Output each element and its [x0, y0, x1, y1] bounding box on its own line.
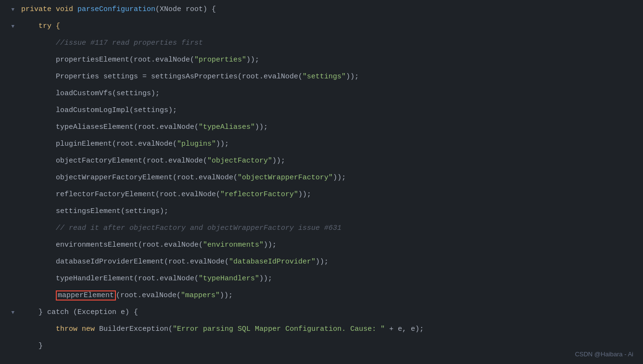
- watermark-text: CSDN @Haibara - Ai: [575, 350, 633, 359]
- code-line: //issue #117 read properties first: [0, 38, 643, 54]
- code-line: databaseIdProviderElement(root.evalNode(…: [0, 256, 643, 273]
- code-line: loadCustomVfs(settings);: [0, 88, 643, 105]
- code-token: ));: [315, 258, 328, 266]
- line-content: //issue #117 read properties first: [19, 38, 643, 49]
- code-token: (root.evalNode(: [116, 291, 181, 300]
- code-token: "reflectorFactory": [220, 190, 298, 199]
- line-content: settingsElement(settings);: [19, 206, 643, 217]
- line-content: try {: [19, 21, 643, 32]
- code-token: "mappers": [181, 291, 220, 300]
- code-line: throw new BuilderException("Error parsin…: [0, 324, 643, 340]
- code-token: ));: [259, 275, 272, 283]
- code-token: "plugins": [177, 140, 216, 148]
- line-content: objectWrapperFactoryElement(root.evalNod…: [19, 172, 643, 183]
- line-content: loadCustomVfs(settings);: [19, 88, 643, 99]
- line-content: private void parseConfiguration(XNode ro…: [19, 4, 643, 15]
- code-editor: ▼private void parseConfiguration(XNode r…: [0, 0, 643, 364]
- code-token: (XNode root) {: [155, 5, 216, 13]
- code-line: environmentsElement(root.evalNode("envir…: [0, 239, 643, 256]
- code-line: typeAliasesElement(root.evalNode("typeAl…: [0, 122, 643, 138]
- code-token: objectFactoryElement(root.evalNode(: [21, 157, 207, 165]
- line-content: databaseIdProviderElement(root.evalNode(…: [19, 256, 643, 267]
- code-token: + e, e);: [385, 325, 424, 333]
- line-gutter: ▼: [5, 23, 19, 31]
- code-token: parseConfiguration: [77, 5, 155, 13]
- code-token: "typeAliases": [199, 123, 255, 131]
- line-content: Properties settings = settingsAsProperti…: [19, 71, 643, 82]
- code-token: typeHandlerElement(root.evalNode(: [21, 275, 199, 283]
- code-token: "objectWrapperFactory": [238, 174, 333, 182]
- code-token: (: [168, 325, 173, 333]
- code-line: settingsElement(settings);: [0, 206, 643, 223]
- line-content: }: [19, 340, 643, 351]
- code-token: // read it after objectFactory and objec…: [21, 224, 341, 232]
- line-content: typeHandlerElement(root.evalNode("typeHa…: [19, 273, 643, 284]
- code-token: objectWrapperFactoryElement(root.evalNod…: [21, 174, 238, 182]
- code-token: Properties settings = settingsAsProperti…: [21, 73, 303, 81]
- code-token: mapperElement: [56, 290, 116, 301]
- code-token: ));: [216, 140, 229, 148]
- code-line: propertiesElement(root.evalNode("propert…: [0, 54, 643, 71]
- code-token: ));: [246, 56, 259, 64]
- line-content: typeAliasesElement(root.evalNode("typeAl…: [19, 122, 643, 133]
- code-token: [21, 291, 56, 300]
- code-token: "Error parsing SQL Mapper Configuration.…: [173, 325, 385, 333]
- code-token: }: [21, 342, 43, 350]
- line-gutter: ▼: [5, 309, 19, 317]
- code-token: "objectFactory": [207, 157, 272, 165]
- code-token: BuilderException: [99, 325, 168, 333]
- code-line: typeHandlerElement(root.evalNode("typeHa…: [0, 273, 643, 290]
- code-line: ▼ } catch (Exception e) {: [0, 307, 643, 324]
- code-token: "environments": [203, 241, 264, 249]
- line-content: objectFactoryElement(root.evalNode("obje…: [19, 155, 643, 166]
- code-token: ));: [264, 241, 277, 249]
- code-token: reflectorFactoryElement(root.evalNode(: [21, 190, 220, 199]
- code-line: pluginElement(root.evalNode("plugins"));: [0, 138, 643, 155]
- code-token: pluginElement(root.evalNode(: [21, 140, 177, 148]
- code-token: try {: [21, 22, 60, 30]
- code-token: ));: [255, 123, 268, 131]
- code-token: ));: [346, 73, 359, 81]
- code-token: ));: [333, 174, 346, 182]
- code-token: loadCustomLogImpl(settings);: [21, 106, 177, 114]
- line-content: reflectorFactoryElement(root.evalNode("r…: [19, 189, 643, 200]
- code-token: throw: [21, 325, 82, 333]
- code-token: //issue #117 read properties first: [21, 39, 203, 47]
- code-token: databaseIdProviderElement(root.evalNode(: [21, 258, 229, 266]
- line-content: } catch (Exception e) {: [19, 307, 643, 318]
- code-token: loadCustomVfs(settings);: [21, 89, 160, 98]
- code-token: environmentsElement(root.evalNode(: [21, 241, 203, 249]
- code-line: mapperElement(root.evalNode("mappers"));: [0, 290, 643, 307]
- code-token: new: [82, 325, 99, 333]
- code-line: ▼ try {: [0, 21, 643, 38]
- code-token: "settings": [303, 73, 346, 81]
- code-token: "typeHandlers": [199, 275, 259, 283]
- code-line: ▼private void parseConfiguration(XNode r…: [0, 4, 643, 21]
- code-token: propertiesElement(root.evalNode(: [21, 56, 194, 64]
- code-token: settingsElement(settings);: [21, 207, 168, 215]
- code-token: typeAliasesElement(root.evalNode(: [21, 123, 199, 131]
- code-token: ));: [272, 157, 285, 165]
- code-token: void: [56, 5, 77, 13]
- line-content: throw new BuilderException("Error parsin…: [19, 324, 643, 335]
- line-content: pluginElement(root.evalNode("plugins"));: [19, 138, 643, 150]
- line-content: loadCustomLogImpl(settings);: [19, 105, 643, 116]
- line-content: environmentsElement(root.evalNode("envir…: [19, 239, 643, 251]
- code-line: objectWrapperFactoryElement(root.evalNod…: [0, 172, 643, 189]
- code-token: ));: [298, 190, 311, 199]
- code-token: private: [21, 5, 56, 13]
- code-line: reflectorFactoryElement(root.evalNode("r…: [0, 189, 643, 206]
- code-token: "properties": [194, 56, 246, 64]
- code-token: "databaseIdProvider": [229, 258, 315, 266]
- code-line: objectFactoryElement(root.evalNode("obje…: [0, 155, 643, 172]
- code-token: } catch (Exception e) {: [21, 308, 138, 316]
- line-content: propertiesElement(root.evalNode("propert…: [19, 54, 643, 65]
- code-line: // read it after objectFactory and objec…: [0, 223, 643, 239]
- code-line: loadCustomLogImpl(settings);: [0, 105, 643, 122]
- line-content: // read it after objectFactory and objec…: [19, 223, 643, 234]
- line-content: mapperElement(root.evalNode("mappers"));: [19, 290, 643, 301]
- code-line: }: [0, 340, 643, 357]
- line-gutter: ▼: [5, 6, 19, 14]
- code-line: Properties settings = settingsAsProperti…: [0, 71, 643, 88]
- code-token: ));: [220, 291, 233, 300]
